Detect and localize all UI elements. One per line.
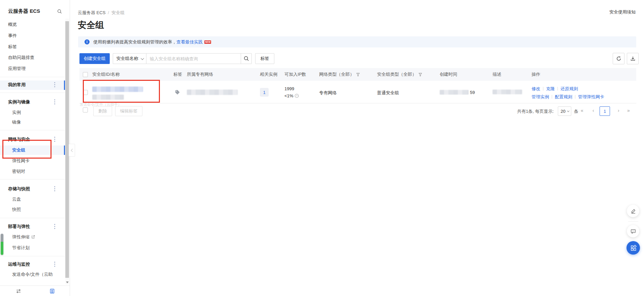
pagination-first[interactable]: « bbox=[581, 108, 583, 113]
float-divider bbox=[628, 221, 638, 222]
search-group: 安全组名称 bbox=[113, 53, 252, 64]
scrollbar-down-arrow[interactable] bbox=[66, 282, 69, 283]
security-usage-notice-link[interactable]: 安全使用须知 bbox=[609, 9, 636, 15]
sidebar-item-self-troubleshoot[interactable]: 自助问题排查 bbox=[8, 53, 34, 62]
pagination-last[interactable]: » bbox=[627, 108, 630, 113]
sidebar-item-instances[interactable]: 实例 bbox=[12, 108, 21, 117]
search-field-dropdown[interactable]: 安全组名称 bbox=[113, 53, 146, 64]
swap-arrows-icon[interactable] bbox=[15, 289, 22, 295]
create-security-group-button[interactable]: 创建安全组 bbox=[79, 53, 110, 64]
doc-list-icon[interactable] bbox=[50, 289, 55, 295]
action-restore-rules[interactable]: 还原规则 bbox=[561, 86, 578, 91]
divider bbox=[0, 256, 65, 256]
sidebar-item-overview[interactable]: 概览 bbox=[8, 20, 17, 29]
edit-tags-button[interactable]: 编辑标签 bbox=[115, 106, 142, 116]
refresh-button[interactable] bbox=[613, 53, 624, 64]
filter-icon[interactable] bbox=[356, 73, 360, 76]
external-link-icon bbox=[31, 233, 35, 242]
page-size-value: 20 bbox=[561, 109, 565, 114]
kebab-icon[interactable] bbox=[54, 188, 55, 189]
col-description: 描述 bbox=[493, 68, 501, 81]
redacted-description bbox=[493, 90, 522, 94]
kebab-icon[interactable] bbox=[54, 139, 55, 140]
feedback-edit-button[interactable] bbox=[627, 205, 639, 217]
redacted-vpc[interactable] bbox=[187, 90, 238, 95]
sidebar-item-tags[interactable]: 标签 bbox=[8, 42, 17, 51]
tag-filter-button[interactable]: 标签 bbox=[255, 53, 274, 64]
joinable-ip-count: 1999 bbox=[284, 86, 294, 91]
kebab-icon[interactable] bbox=[54, 101, 55, 102]
sidebar-item-key-pairs[interactable]: 密钥对 bbox=[12, 167, 25, 176]
refresh-icon bbox=[616, 56, 621, 61]
sidebar-item-app-management[interactable]: 应用管理 bbox=[8, 64, 26, 73]
col-label: 网络类型（全部） bbox=[319, 68, 354, 81]
action-modify[interactable]: 修改 bbox=[532, 86, 540, 91]
redacted-security-group-id[interactable] bbox=[92, 87, 143, 92]
kebab-icon[interactable] bbox=[54, 264, 55, 265]
apps-grid-button[interactable] bbox=[626, 241, 640, 255]
search-button[interactable] bbox=[241, 53, 252, 64]
select-all-checkbox[interactable] bbox=[83, 72, 88, 77]
pagination-next[interactable]: › bbox=[618, 108, 619, 113]
banner-text: 使用前缀列表提高安全组规则管理的效率， bbox=[93, 39, 176, 45]
kebab-icon[interactable] bbox=[54, 226, 55, 227]
footer-select-all-checkbox[interactable] bbox=[83, 107, 88, 112]
pagination-current-page[interactable]: 1 bbox=[600, 106, 610, 116]
col-label: 安全组类型（全部） bbox=[377, 68, 416, 81]
row-actions-line2: 管理实例配置规则管理弹性网卡 bbox=[532, 94, 604, 100]
divider bbox=[0, 179, 65, 179]
sidebar-item-send-command[interactable]: 发送命令/文件（云助 bbox=[12, 270, 65, 279]
info-banner: i 使用前缀列表提高安全组规则管理的效率， 查看最佳实践 NEW bbox=[78, 36, 636, 47]
sidebar-item-enis[interactable]: 弹性网卡 bbox=[12, 157, 30, 165]
percent-text: <1% bbox=[284, 93, 293, 98]
sidebar-bottom-bar bbox=[0, 286, 70, 296]
sidebar-item-auto-scaling[interactable]: 弹性伸缩 bbox=[12, 233, 35, 241]
kebab-icon[interactable] bbox=[54, 84, 55, 85]
sidebar-section-instances-images[interactable]: 实例与镜像 bbox=[8, 98, 30, 106]
new-badge: NEW bbox=[204, 40, 211, 44]
sidebar: 云服务器 ECS 概览 事件 标签 自助问题排查 应用管理 我的常用 实例与镜像… bbox=[0, 0, 70, 296]
question-circle-icon[interactable]: ? bbox=[295, 94, 299, 98]
ecs-console: 云服务器 ECS 概览 事件 标签 自助问题排查 应用管理 我的常用 实例与镜像… bbox=[0, 0, 644, 296]
sidebar-item-snapshots[interactable]: 快照 bbox=[12, 205, 21, 214]
sidebar-section-ops-monitoring[interactable]: 运维与监控 bbox=[8, 260, 30, 269]
delete-button[interactable]: 删除 bbox=[93, 106, 112, 116]
pencil-icon bbox=[630, 208, 636, 214]
sidebar-item-disks[interactable]: 云盘 bbox=[12, 195, 21, 204]
pagination-prev[interactable]: ‹ bbox=[592, 108, 594, 113]
sidebar-item-events[interactable]: 事件 bbox=[8, 31, 17, 40]
col-vpc: 所属专有网络 bbox=[187, 68, 213, 81]
action-manage-enis[interactable]: 管理弹性网卡 bbox=[578, 94, 604, 99]
breadcrumb-current: 安全组 bbox=[111, 10, 125, 15]
sidebar-section-favorites[interactable]: 我的常用 bbox=[8, 80, 26, 89]
sidebar-section-deploy-elasticity[interactable]: 部署与弹性 bbox=[8, 222, 30, 231]
download-button[interactable] bbox=[627, 53, 639, 64]
best-practice-link[interactable]: 查看最佳实践 bbox=[176, 39, 203, 45]
sidebar-item-savings-plans[interactable]: 节省计划 bbox=[12, 243, 30, 252]
sidebar-item-images[interactable]: 镜像 bbox=[12, 118, 21, 127]
security-groups-table: 安全组ID/名称 标签 所属专有网络 相关实例 可加入IP数 网络类型（全部） … bbox=[79, 68, 636, 120]
action-configure-rules[interactable]: 配置规则 bbox=[555, 94, 572, 99]
action-manage-instances[interactable]: 管理实例 bbox=[532, 94, 549, 99]
col-created: 创建时间 bbox=[440, 68, 457, 81]
breadcrumb-separator: / bbox=[108, 10, 109, 15]
sidebar-section-network-security[interactable]: 网络与安全 bbox=[8, 135, 30, 144]
tag-icon[interactable] bbox=[175, 90, 180, 96]
table-row: 1 1999 <1% ? 专有网络 普通安全组 59 修改克隆还原规则 管理实例… bbox=[79, 81, 636, 103]
search-input[interactable] bbox=[146, 53, 241, 64]
sidebar-collapse-handle[interactable] bbox=[69, 144, 75, 157]
divider bbox=[0, 77, 65, 77]
search-icon[interactable] bbox=[57, 9, 62, 15]
chat-support-button[interactable] bbox=[627, 225, 639, 237]
divider bbox=[0, 130, 65, 130]
filter-icon[interactable] bbox=[418, 73, 422, 76]
page-size-select[interactable]: 20 bbox=[558, 106, 571, 116]
sidebar-item-security-groups[interactable]: 安全组 bbox=[12, 146, 25, 155]
row-checkbox[interactable] bbox=[83, 90, 88, 95]
sidebar-section-storage-snapshots[interactable]: 存储与快照 bbox=[8, 185, 30, 193]
related-instances-badge[interactable]: 1 bbox=[260, 88, 269, 97]
extension-progress-bar bbox=[1, 234, 3, 255]
breadcrumb-root[interactable]: 云服务器 ECS bbox=[78, 10, 105, 15]
action-clone[interactable]: 克隆 bbox=[546, 86, 555, 91]
divider bbox=[0, 218, 65, 218]
